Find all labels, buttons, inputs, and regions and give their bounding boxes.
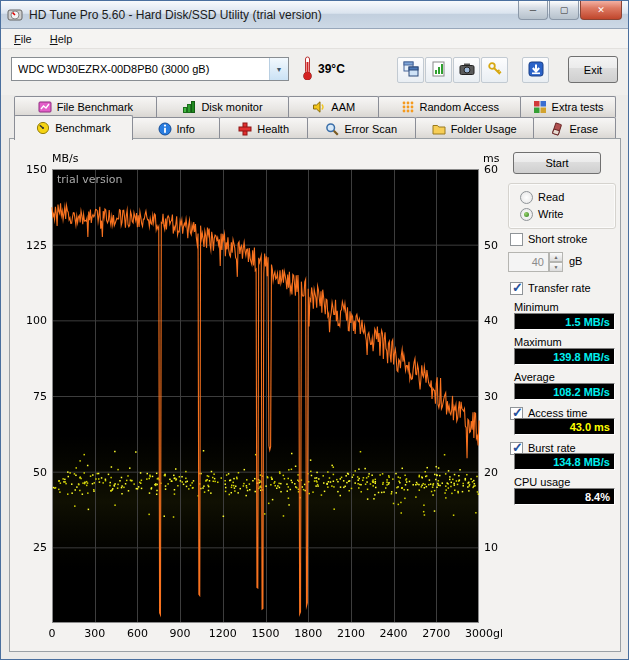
tab-row-2: BenchmarkInfoHealthError ScanFolder Usag…: [14, 117, 615, 139]
folder-usage-icon: [432, 122, 446, 136]
tab-health[interactable]: Health: [219, 117, 307, 139]
tab-folder-usage[interactable]: Folder Usage: [415, 117, 534, 139]
keys-icon: [487, 61, 503, 79]
random-access-icon: [401, 100, 415, 114]
temperature-value: 39°C: [318, 62, 345, 76]
save-download-button[interactable]: [522, 57, 549, 83]
maximum-value: 139.8 MB/s: [514, 348, 615, 365]
close-button[interactable]: ✕: [580, 1, 622, 20]
tab-label: Disk monitor: [201, 101, 262, 113]
menubar: FileHelp: [1, 29, 628, 49]
camera-icon: [459, 61, 475, 79]
keys-button[interactable]: [481, 57, 508, 83]
side-panel: Start Read Write Short stroke 40 ▲ ▼ gB: [505, 139, 625, 651]
read-radio-label: Read: [538, 191, 564, 203]
extra-tests-icon: [533, 100, 547, 114]
maximize-button[interactable]: ▢: [549, 1, 579, 20]
info-icon: [158, 122, 172, 136]
tab-disk-monitor[interactable]: Disk monitor: [156, 96, 289, 117]
aam-icon: [312, 100, 326, 114]
chevron-down-icon: ▼: [269, 58, 288, 80]
tab-label: Extra tests: [552, 101, 604, 113]
copy-window-icon: [403, 61, 419, 79]
tab-label: Error Scan: [344, 123, 397, 135]
copy-chart-icon: [431, 61, 447, 79]
menu-item-file[interactable]: File: [5, 31, 41, 47]
minimum-value: 1.5 MB/s: [514, 313, 615, 330]
write-radio[interactable]: [520, 208, 533, 221]
transfer-rate-label: Transfer rate: [528, 282, 591, 294]
tab-benchmark[interactable]: Benchmark: [14, 115, 133, 140]
short-stroke-checkbox[interactable]: [510, 233, 523, 246]
tab-label: Folder Usage: [451, 123, 517, 135]
short-stroke-label: Short stroke: [528, 233, 587, 245]
short-stroke-row: Short stroke: [510, 232, 587, 246]
start-button[interactable]: Start: [513, 152, 601, 174]
exit-button[interactable]: Exit: [568, 56, 618, 83]
tab-label: File Benchmark: [57, 101, 133, 113]
drive-select-value: WDC WD30EZRX-00D8PB0 (3000 gB): [18, 63, 269, 75]
tab-label: Random Access: [420, 101, 499, 113]
tab-error-scan[interactable]: Error Scan: [307, 117, 416, 139]
benchmark-icon: [36, 121, 50, 135]
erase-icon: [550, 122, 564, 136]
copy-chart-button[interactable]: [425, 57, 452, 83]
tab-aam[interactable]: AAM: [288, 96, 379, 117]
write-radio-row: Write: [520, 207, 563, 221]
burst-rate-value: 134.8 MB/s: [514, 453, 615, 470]
titlebar: HD Tune Pro 5.60 - Hard Disk/SSD Utility…: [1, 1, 628, 29]
file-benchmark-icon: [38, 100, 52, 114]
save-download-icon: [528, 61, 544, 79]
spinner-down-button[interactable]: ▼: [549, 262, 563, 272]
app-icon: [7, 7, 23, 23]
tab-extra-tests[interactable]: Extra tests: [520, 96, 616, 117]
read-radio-row: Read: [520, 190, 564, 204]
tab-label: Erase: [569, 123, 598, 135]
transfer-rate-row: Transfer rate: [510, 281, 591, 295]
drive-select[interactable]: WDC WD30EZRX-00D8PB0 (3000 gB) ▼: [11, 57, 289, 81]
tab-file-benchmark[interactable]: File Benchmark: [14, 96, 157, 117]
short-stroke-value-input[interactable]: 40: [508, 252, 549, 272]
access-time-value: 43.0 ms: [514, 418, 615, 435]
window-title: HD Tune Pro 5.60 - Hard Disk/SSD Utility…: [29, 8, 517, 22]
copy-window-button[interactable]: [397, 57, 424, 83]
tab-label: Health: [257, 123, 289, 135]
tab-random-access[interactable]: Random Access: [378, 96, 521, 117]
benchmark-chart: [16, 147, 502, 645]
thermometer-icon: [301, 55, 314, 83]
tab-label: Benchmark: [55, 122, 111, 134]
tab-row-1: File BenchmarkDisk monitorAAMRandom Acce…: [14, 96, 615, 117]
app-window: HD Tune Pro 5.60 - Hard Disk/SSD Utility…: [0, 0, 629, 660]
menu-item-help[interactable]: Help: [41, 31, 82, 47]
short-stroke-unit: gB: [569, 255, 582, 267]
camera-button[interactable]: [453, 57, 480, 83]
tab-info[interactable]: Info: [132, 117, 220, 139]
disk-monitor-icon: [182, 100, 196, 114]
transfer-rate-checkbox[interactable]: [510, 282, 523, 295]
tab-label: Info: [177, 123, 195, 135]
benchmark-page: Start Read Write Short stroke 40 ▲ ▼ gB: [9, 138, 621, 652]
write-radio-label: Write: [538, 208, 563, 220]
average-value: 108.2 MB/s: [514, 383, 615, 400]
spinner-up-button[interactable]: ▲: [549, 252, 563, 262]
read-radio[interactable]: [520, 191, 533, 204]
tab-label: AAM: [331, 101, 355, 113]
error-scan-icon: [325, 122, 339, 136]
health-icon: [238, 122, 252, 136]
tab-erase[interactable]: Erase: [533, 117, 616, 139]
toolbar: WDC WD30EZRX-00D8PB0 (3000 gB) ▼ 39°C Ex…: [1, 49, 628, 95]
benchmark-chart-canvas: [16, 147, 502, 645]
cpu-usage-value: 8.4%: [514, 488, 615, 505]
minimize-button[interactable]: ─: [518, 1, 548, 20]
